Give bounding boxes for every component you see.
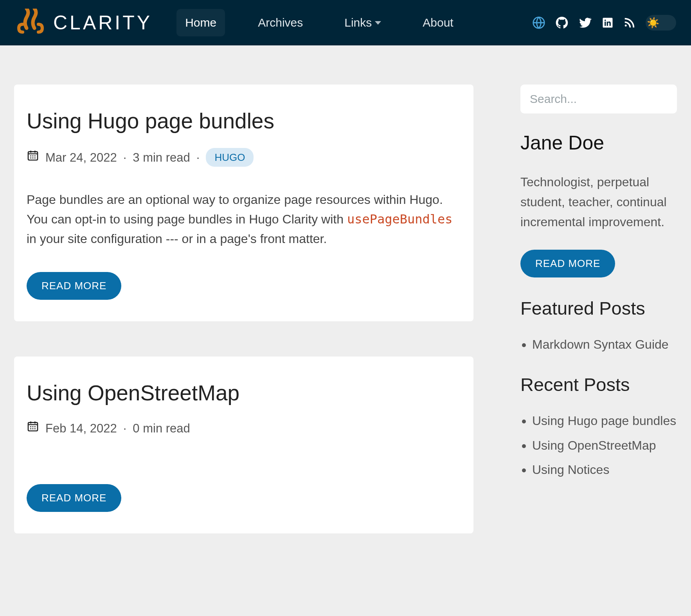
brand-logo-icon xyxy=(15,9,46,37)
linkedin-icon[interactable] xyxy=(602,17,614,29)
nav-links-label: Links xyxy=(344,14,372,31)
nav-archives[interactable]: Archives xyxy=(249,9,311,36)
excerpt-text: in your site configuration --- or in a p… xyxy=(27,232,327,246)
post-meta: Feb 14, 2022 · 0 min read xyxy=(27,420,461,437)
post-title[interactable]: Using OpenStreetMap xyxy=(27,378,461,408)
post-card: Using OpenStreetMap Feb 14, 2022 · 0 min… xyxy=(14,357,473,533)
sidebar: Jane Doe Technologist, perpetual student… xyxy=(520,85,677,569)
featured-heading: Featured Posts xyxy=(520,297,677,320)
separator-dot: · xyxy=(123,420,127,437)
rss-icon[interactable] xyxy=(624,17,635,29)
nav-right: ☀️ xyxy=(532,15,676,31)
post-readtime: 0 min read xyxy=(133,420,190,437)
top-nav: CLARITY Home Archives Links About xyxy=(0,0,691,45)
globe-icon[interactable] xyxy=(532,16,545,29)
separator-dot: · xyxy=(196,149,200,166)
calendar-icon xyxy=(27,420,39,437)
list-item[interactable]: Using Notices xyxy=(532,461,677,479)
recent-heading: Recent Posts xyxy=(520,373,677,396)
recent-list: Using Hugo page bundles Using OpenStreet… xyxy=(520,412,677,479)
excerpt-code: usePageBundles xyxy=(347,212,453,227)
post-list: Using Hugo page bundles Mar 24, 2022 · 3… xyxy=(14,85,473,569)
post-readtime: 3 min read xyxy=(133,149,190,166)
post-card: Using Hugo page bundles Mar 24, 2022 · 3… xyxy=(14,85,473,321)
search-input[interactable] xyxy=(520,85,677,113)
post-date: Mar 24, 2022 xyxy=(45,149,117,166)
post-tag[interactable]: HUGO xyxy=(206,148,254,167)
post-date: Feb 14, 2022 xyxy=(45,420,117,437)
list-item[interactable]: Markdown Syntax Guide xyxy=(532,335,677,353)
post-meta: Mar 24, 2022 · 3 min read · HUGO xyxy=(27,148,461,167)
list-item[interactable]: Using OpenStreetMap xyxy=(532,436,677,454)
list-item[interactable]: Using Hugo page bundles xyxy=(532,412,677,430)
brand[interactable]: CLARITY xyxy=(15,9,152,37)
author-bio: Technologist, perpetual student, teacher… xyxy=(520,172,677,232)
brand-name: CLARITY xyxy=(53,9,152,36)
nav-home[interactable]: Home xyxy=(176,9,225,36)
separator-dot: · xyxy=(123,149,127,166)
calendar-icon xyxy=(27,149,39,166)
post-excerpt: Page bundles are an optional way to orga… xyxy=(27,190,461,249)
theme-toggle[interactable]: ☀️ xyxy=(646,15,676,31)
chevron-down-icon xyxy=(375,21,381,25)
nav-about[interactable]: About xyxy=(414,9,462,36)
read-more-button[interactable]: READ MORE xyxy=(27,484,121,512)
read-more-button[interactable]: READ MORE xyxy=(27,272,121,300)
nav-items: Home Archives Links About xyxy=(176,9,462,36)
post-title[interactable]: Using Hugo page bundles xyxy=(27,106,461,136)
author-name: Jane Doe xyxy=(520,129,677,157)
featured-list: Markdown Syntax Guide xyxy=(520,335,677,353)
sun-icon: ☀️ xyxy=(647,17,659,29)
author-read-more-button[interactable]: READ MORE xyxy=(520,250,615,277)
github-icon[interactable] xyxy=(556,16,568,29)
nav-links[interactable]: Links xyxy=(336,9,390,36)
twitter-icon[interactable] xyxy=(578,16,592,29)
